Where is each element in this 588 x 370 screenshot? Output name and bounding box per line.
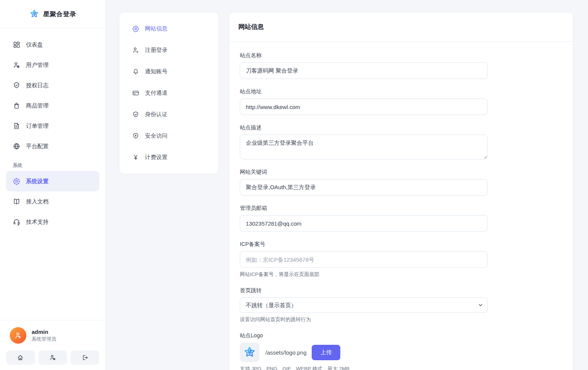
headset-icon [13, 218, 20, 226]
shield-check-icon [132, 111, 139, 118]
user-name: admin [32, 328, 56, 336]
tab-billing-settings[interactable]: 计费设置 [125, 147, 213, 168]
bell-icon [132, 68, 139, 75]
icp-input[interactable] [240, 251, 487, 268]
field-site-desc: 站点描述 企业级第三方登录聚合平台 [240, 124, 564, 159]
tab-secure-access[interactable]: 安全访问 [125, 125, 213, 147]
site-desc-textarea[interactable]: 企业级第三方登录聚合平台 [240, 135, 487, 159]
sidebar-item-platform-config[interactable]: 平台配置 [6, 136, 99, 156]
panel-title: 网站信息 [238, 23, 264, 31]
logout-button[interactable] [70, 350, 99, 365]
logout-icon [82, 354, 88, 361]
settings-nav: 网站信息 注册登录 通知账号 支付通道 身份认证 安全访问 计费设置 [119, 12, 219, 174]
user-info: admin 系统管理员 [6, 327, 99, 344]
sidebar-item-auth-logs[interactable]: 授权日志 [6, 75, 99, 96]
panel-body: 站点名称 站点地址 站点描述 企业级第三方登录聚合平台 网站关键词 管理员邮箱 … [229, 42, 573, 370]
app-logo: 星聚合登录 [0, 0, 105, 28]
site-name-label: 站点名称 [240, 52, 564, 59]
field-icp: ICP备案号 网站ICP备案号，将显示在页面底部 [240, 241, 564, 278]
sidebar-item-orders[interactable]: 订单管理 [6, 116, 99, 136]
tab-label: 通知账号 [145, 68, 168, 75]
site-url-label: 站点地址 [240, 88, 564, 95]
sidebar-item-label: 接入文档 [26, 198, 49, 205]
field-site-name: 站点名称 [240, 52, 564, 79]
credit-card-icon [132, 89, 139, 97]
book-icon [13, 198, 20, 205]
site-desc-label: 站点描述 [240, 124, 564, 131]
home-redirect-select[interactable]: 不跳转（显示首页） [240, 297, 487, 313]
admin-email-input[interactable] [240, 215, 487, 232]
dashboard-icon [13, 41, 20, 49]
document-icon [13, 122, 20, 130]
icp-label: ICP备案号 [240, 241, 564, 248]
sidebar-item-label: 系统设置 [26, 178, 49, 185]
tab-label: 计费设置 [145, 154, 168, 161]
sidebar-item-users[interactable]: 用户管理 [6, 55, 99, 75]
star-logo-icon [243, 346, 256, 359]
site-info-panel: 网站信息 站点名称 站点地址 站点描述 企业级第三方登录聚合平台 网站关键词 管… [229, 12, 573, 370]
tab-notify-accounts[interactable]: 通知账号 [125, 61, 213, 82]
avatar [10, 327, 26, 344]
site-name-input[interactable] [240, 62, 487, 79]
keywords-label: 网站关键词 [240, 168, 564, 176]
sidebar-item-label: 用户管理 [26, 62, 49, 69]
tab-site-info[interactable]: 网站信息 [125, 18, 213, 39]
gear-icon [13, 177, 20, 185]
star-logo-icon [29, 9, 39, 19]
sidebar-item-label: 仪表盘 [26, 41, 43, 49]
sidebar-item-label: 订单管理 [26, 123, 49, 130]
icp-help: 网站ICP备案号，将显示在页面底部 [240, 271, 564, 278]
profile-button[interactable] [38, 350, 67, 365]
admin-email-label: 管理员邮箱 [240, 205, 564, 212]
field-keywords: 网站关键词 [240, 168, 564, 196]
field-site-url: 站点地址 [240, 88, 564, 115]
sidebar-item-label: 授权日志 [26, 82, 49, 89]
sidebar-item-label: 商品管理 [26, 102, 49, 109]
logo-path: /assets/logo.png [265, 349, 306, 356]
tab-identity-auth[interactable]: 身份认证 [125, 104, 213, 125]
sidebar-item-label: 技术支持 [26, 218, 49, 226]
gear-icon [132, 25, 139, 32]
yen-icon [132, 154, 139, 161]
keywords-input[interactable] [240, 179, 487, 196]
user-gear-icon [13, 61, 20, 69]
user-role: 系统管理员 [32, 336, 56, 343]
home-button[interactable] [6, 350, 35, 365]
sidebar-item-docs[interactable]: 接入文档 [6, 191, 99, 212]
logo-upload-button[interactable]: 上传 [312, 345, 340, 360]
tab-label: 注册登录 [145, 47, 168, 54]
site-logo-label: 站点Logo [240, 332, 564, 339]
tab-label: 网站信息 [145, 25, 168, 32]
panel-header: 网站信息 [229, 12, 573, 42]
sidebar-item-system-settings[interactable]: 系统设置 [6, 171, 99, 191]
logo-help: 支持 JPG、PNG、GIF、WEBP 格式，最大 2MB [240, 365, 564, 370]
user-actions [6, 350, 99, 365]
app-title: 星聚合登录 [43, 10, 76, 18]
user-gear-icon [49, 354, 56, 361]
shield-keyhole-icon [132, 132, 139, 140]
home-redirect-help: 设置访问网站首页时的跳转行为 [240, 316, 564, 323]
sidebar-item-support[interactable]: 技术支持 [6, 212, 99, 232]
home-redirect-label: 首页跳转 [240, 287, 564, 294]
sidebar-item-products[interactable]: 商品管理 [6, 96, 99, 116]
tab-register-login[interactable]: 注册登录 [125, 39, 213, 61]
user-icon [14, 331, 22, 340]
sidebar-section-label: 系统 [13, 162, 99, 169]
main-content: 网站信息 注册登录 通知账号 支付通道 身份认证 安全访问 计费设置 网 [106, 0, 588, 370]
sidebar-item-dashboard[interactable]: 仪表盘 [6, 35, 99, 55]
sidebar-user-area: admin 系统管理员 [0, 320, 105, 370]
tab-label: 身份认证 [145, 111, 168, 118]
user-plus-icon [132, 47, 139, 54]
tab-label: 支付通道 [145, 89, 168, 97]
tab-payment-channels[interactable]: 支付通道 [125, 82, 213, 104]
globe-icon [13, 143, 20, 150]
field-admin-email: 管理员邮箱 [240, 205, 564, 232]
shield-check-icon [13, 82, 20, 89]
home-icon [17, 354, 24, 361]
field-site-logo: 站点Logo /assets/logo.png 上传 支持 JPG、PNG、GI… [240, 332, 564, 370]
sidebar-menu: 仪表盘 用户管理 授权日志 商品管理 订单管理 平台配置 系统 系统设置 [0, 28, 105, 320]
logo-preview [240, 343, 259, 362]
sidebar: 星聚合登录 仪表盘 用户管理 授权日志 商品管理 订单管理 平台配置 系统 [0, 0, 106, 370]
bag-icon [13, 102, 20, 109]
site-url-input[interactable] [240, 99, 487, 115]
